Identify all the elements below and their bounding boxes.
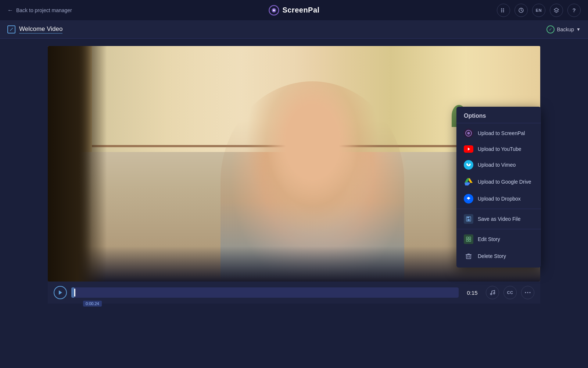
svg-point-7 [501, 10, 502, 11]
subtitle-bar: Welcome Video ✓ Backup ▼ [0, 20, 588, 39]
menu-button[interactable] [497, 4, 510, 17]
svg-point-16 [530, 292, 531, 293]
play-button[interactable] [54, 286, 67, 299]
back-label: Back to project manager [16, 7, 72, 13]
backup-label: Backup [557, 26, 574, 32]
upload-youtube-item[interactable]: Upload to YouTube [456, 142, 541, 156]
screenpal-logo-icon [268, 5, 279, 16]
back-arrow-icon: ← [7, 7, 13, 14]
save-video-label: Save as Video File [478, 216, 520, 222]
logo-area: ScreenPal [268, 5, 319, 16]
timeline-thumb [74, 289, 75, 297]
edit-story-item[interactable]: Edit Story [456, 231, 541, 248]
svg-point-15 [527, 292, 528, 293]
upload-vimeo-item[interactable]: Upload to Vimeo [456, 156, 541, 173]
svg-rect-26 [466, 237, 468, 239]
project-title: Welcome Video [19, 25, 62, 33]
svg-rect-25 [467, 217, 469, 218]
video-controls: 0:15 CC 0:00.24 [48, 282, 540, 304]
vimeo-icon [464, 160, 473, 170]
timeline-progress [71, 287, 74, 298]
title-underline [19, 33, 62, 33]
svg-marker-22 [467, 197, 469, 199]
edit-title-icon[interactable] [7, 25, 15, 33]
options-panel: Options Upload to ScreenPal Upload to Yo… [456, 107, 541, 268]
back-button[interactable]: ← Back to project manager [7, 7, 72, 14]
captions-button[interactable]: CC [503, 286, 517, 299]
upload-gdrive-label: Upload to Google Drive [478, 179, 531, 185]
nav-actions: EN ? [497, 4, 581, 17]
history-button[interactable] [514, 4, 528, 17]
svg-point-13 [494, 293, 495, 294]
more-options-button[interactable] [521, 286, 534, 299]
edit-story-label: Edit Story [478, 236, 500, 242]
svg-marker-10 [554, 8, 559, 11]
music-button[interactable] [486, 286, 499, 299]
time-display: 0:15 [463, 290, 481, 296]
project-title-area: Welcome Video [7, 25, 62, 33]
upload-vimeo-label: Upload to Vimeo [478, 162, 516, 168]
screenpal-icon [464, 128, 473, 138]
svg-marker-11 [59, 290, 62, 295]
main-content: 0:15 CC 0:00.24 Options Upload to Screen… [0, 39, 588, 368]
svg-point-6 [501, 8, 502, 9]
svg-point-4 [503, 10, 504, 11]
delete-story-item[interactable]: Delete Story [456, 248, 541, 265]
top-nav: ← Back to project manager ScreenPal EN ? [0, 0, 588, 20]
help-button[interactable]: ? [567, 4, 581, 17]
dropbox-icon [464, 194, 473, 204]
timeline-bar [71, 287, 459, 298]
backup-button[interactable]: ✓ Backup ▼ [546, 25, 581, 33]
gdrive-icon [464, 177, 473, 187]
svg-point-12 [491, 293, 492, 295]
svg-rect-30 [466, 255, 471, 259]
save-icon [464, 214, 473, 224]
svg-point-5 [503, 11, 504, 12]
upload-dropbox-item[interactable]: Upload to Dropbox [456, 190, 541, 207]
delete-story-label: Delete Story [478, 253, 506, 259]
timestamp-badge: 0:00.24 [83, 301, 102, 307]
svg-point-3 [503, 8, 504, 9]
svg-rect-29 [469, 240, 471, 241]
backup-dropdown-arrow: ▼ [576, 27, 581, 32]
delete-icon [464, 251, 473, 261]
layers-button[interactable] [550, 4, 563, 17]
svg-rect-27 [469, 237, 471, 239]
options-divider-2 [456, 229, 541, 229]
upload-gdrive-item[interactable]: Upload to Google Drive [456, 173, 541, 190]
svg-marker-19 [465, 178, 470, 183]
svg-marker-17 [468, 148, 470, 151]
save-video-item[interactable]: Save as Video File [456, 210, 541, 227]
video-left-shadow [48, 46, 92, 282]
youtube-icon [464, 145, 473, 153]
upload-screenpal-label: Upload to ScreenPal [478, 130, 525, 136]
language-button[interactable]: EN [532, 4, 545, 17]
svg-point-8 [501, 11, 502, 12]
edit-story-icon [464, 234, 473, 244]
timeline[interactable] [71, 287, 459, 298]
svg-rect-24 [467, 219, 470, 221]
options-title: Options [456, 113, 541, 123]
svg-point-14 [525, 292, 526, 293]
upload-dropbox-label: Upload to Dropbox [478, 196, 521, 202]
options-divider-1 [456, 209, 541, 209]
svg-rect-28 [466, 240, 468, 241]
svg-point-2 [273, 9, 275, 11]
logo-text: ScreenPal [282, 6, 319, 14]
backup-check-icon: ✓ [546, 25, 555, 33]
upload-youtube-label: Upload to YouTube [478, 146, 521, 152]
upload-screenpal-item[interactable]: Upload to ScreenPal [456, 125, 541, 142]
